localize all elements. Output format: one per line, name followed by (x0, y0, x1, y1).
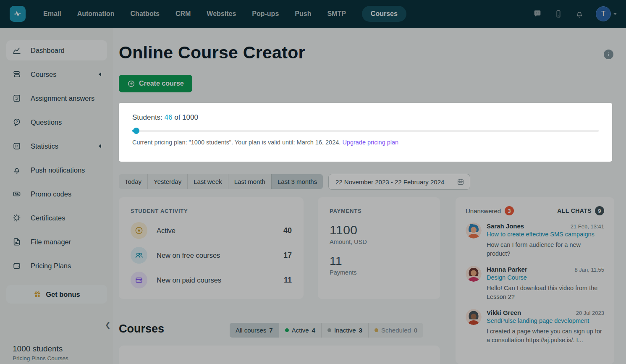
chat-body: Sarah Jones 21 Feb, 13:41 How to create … (487, 223, 604, 259)
star-icon (131, 222, 147, 239)
nav-push[interactable]: Push (295, 10, 311, 18)
filter-last-month[interactable]: Last month (228, 174, 271, 189)
sidebar-item-label: Certificates (31, 214, 65, 223)
get-bonus-button[interactable]: Get bonus (6, 285, 107, 304)
sidebar-item-assignment-answers[interactable]: Assignment answers (6, 88, 107, 108)
user-avatar[interactable]: T (596, 6, 611, 21)
students-count: 46 (165, 113, 173, 121)
chat-message-preview: How can I form audience for a new produc… (487, 241, 604, 259)
inactive-status-dot (327, 328, 331, 332)
sidebar-item-questions[interactable]: ? Questions (6, 112, 107, 132)
plan-subtitle-link[interactable]: Pricing Plans Courses (13, 355, 68, 361)
calendar-icon (456, 178, 465, 186)
current-plan-block: 1000 students Pricing Plans Courses (13, 344, 68, 361)
bell-icon (12, 165, 21, 175)
sidebar-item-courses[interactable]: Courses (6, 64, 107, 84)
mobile-app-icon[interactable] (554, 9, 563, 18)
activity-value: 11 (284, 276, 292, 285)
activity-value: 40 (283, 226, 292, 235)
certificate-icon (12, 213, 21, 223)
sidebar-item-promo-codes[interactable]: Promo codes (6, 184, 107, 204)
plus-circle-icon (127, 80, 135, 88)
payments-amount-label: Amount, USD (330, 238, 428, 245)
avatar-letter: T (601, 10, 605, 18)
sidebar-item-label: Courses (31, 70, 56, 79)
students-progress-bar (132, 130, 599, 132)
student-activity-card: STUDENT ACTIVITY Active 40 New on free c… (119, 197, 304, 299)
nav-crm[interactable]: CRM (175, 10, 191, 18)
sidebar-item-file-manager[interactable]: File manager (6, 232, 107, 252)
chevron-left-icon[interactable] (99, 72, 101, 76)
filter-last-3-months[interactable]: Last 3 months (271, 174, 323, 189)
page-title: Online Course Creator (119, 43, 305, 63)
nav-websites[interactable]: Websites (207, 10, 236, 18)
sidebar-item-push-notifications[interactable]: Push notifications (6, 160, 107, 180)
tab-active-courses[interactable]: Active4 (279, 323, 321, 338)
activity-label: New on paid courses (157, 276, 284, 284)
sidebar-item-pricing-plans[interactable]: Pricing Plans (6, 256, 107, 276)
student-activity-title: STUDENT ACTIVITY (131, 208, 292, 214)
chat-body: Hanna Parker 8 Jan, 11:55 Design Course … (487, 266, 604, 302)
account-menu[interactable]: T (596, 6, 617, 21)
upgrade-pricing-plan-link[interactable]: Upgrade pricing plan (342, 139, 398, 146)
sidebar-collapse-chevron[interactable]: ❮ (105, 321, 110, 329)
pulse-icon (13, 9, 23, 19)
chat-sender-name: Sarah Jones (487, 223, 524, 230)
file-icon (12, 237, 21, 246)
tab-all-courses[interactable]: All courses7 (230, 323, 279, 338)
sidebar-item-dashboard[interactable]: Dashboard (6, 40, 107, 60)
all-chats-link[interactable]: ALL CHATS 9 (557, 206, 604, 215)
unanswered-count-badge: 3 (505, 206, 514, 215)
filter-last-week[interactable]: Last week (187, 174, 228, 189)
sendpulse-logo[interactable] (10, 6, 26, 22)
chat-item[interactable]: Vikki Green 20 Jul 2023 SendPulse landin… (466, 309, 604, 345)
info-icon[interactable]: i (604, 50, 613, 59)
nav-smtp[interactable]: SMTP (327, 10, 346, 18)
chat-course-link[interactable]: Design Course (487, 274, 604, 281)
sidebar-item-label: File manager (31, 238, 71, 246)
all-chats-count-badge: 9 (595, 206, 604, 215)
chat-item[interactable]: Sarah Jones 21 Feb, 13:41 How to create … (466, 223, 604, 259)
create-course-button[interactable]: Create course (119, 75, 192, 92)
question-icon: ? (12, 118, 21, 127)
chevron-left-icon[interactable] (99, 144, 101, 148)
chat-course-link[interactable]: How to create effective SMS campaigns (487, 231, 604, 238)
date-range-value: 22 November 2023 - 22 February 2024 (335, 178, 452, 186)
filter-yesterday[interactable]: Yesterday (147, 174, 187, 189)
filter-today[interactable]: Today (119, 174, 147, 189)
assignment-icon (12, 94, 21, 103)
students-progress-knob (133, 128, 139, 134)
messages-icon[interactable] (533, 9, 542, 18)
tab-scheduled-courses[interactable]: Scheduled0 (368, 323, 423, 338)
students-plan-card: Students: 46 of 1000 Current pricing pla… (119, 103, 612, 162)
gift-icon (33, 290, 42, 299)
pricing-plan-text: Current pricing plan: "1000 students". Y… (132, 139, 599, 146)
courses-section-title: Courses (119, 322, 164, 335)
tab-inactive-courses[interactable]: Inactive3 (321, 323, 368, 338)
chat-course-link[interactable]: SendPulse landing page development (487, 317, 604, 324)
activity-row-active: Active 40 (131, 222, 292, 239)
card-icon (131, 272, 147, 288)
nav-automation[interactable]: Automation (77, 10, 115, 18)
get-bonus-label: Get bonus (46, 291, 80, 299)
avatar-vikki-green (466, 309, 482, 325)
sidebar-item-statistics[interactable]: Statistics (6, 136, 107, 156)
nav-email[interactable]: Email (43, 10, 61, 18)
users-icon (131, 247, 147, 264)
unanswered-filter[interactable]: Unanswered 3 (466, 206, 514, 215)
nav-popups[interactable]: Pop-ups (252, 10, 279, 18)
sidebar-item-label: Pricing Plans (31, 262, 71, 270)
notifications-bell-icon[interactable] (575, 9, 584, 18)
chat-item[interactable]: Hanna Parker 8 Jan, 11:55 Design Course … (466, 266, 604, 302)
date-range-input[interactable]: 22 November 2023 - 22 February 2024 (328, 174, 470, 190)
nav-courses[interactable]: Courses (362, 6, 406, 22)
nav-chatbots[interactable]: Chatbots (131, 10, 160, 18)
sidebar-item-label: Promo codes (31, 190, 71, 199)
plan-title-link[interactable]: 1000 students (13, 344, 68, 354)
statistics-icon (12, 141, 21, 151)
chat-sender-name: Hanna Parker (487, 266, 527, 273)
nav-right-group: T (533, 6, 617, 21)
chat-message-preview: I created a page where you can sign up f… (487, 327, 604, 345)
sidebar-item-certificates[interactable]: Certificates (6, 208, 107, 228)
chat-sender-name: Vikki Green (487, 309, 521, 316)
